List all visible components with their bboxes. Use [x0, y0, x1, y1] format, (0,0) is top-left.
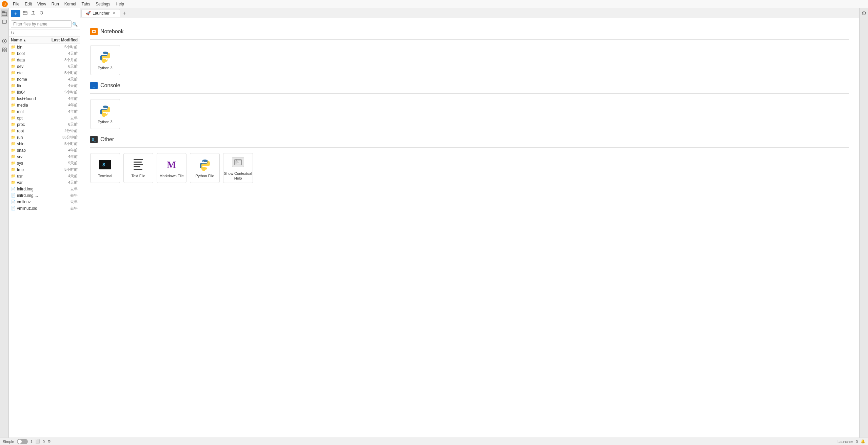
menu-tabs[interactable]: Tabs: [79, 1, 93, 7]
search-input[interactable]: [11, 20, 72, 28]
svg-point-15: [103, 53, 104, 54]
list-item[interactable]: 📁 lost+found 4年前: [9, 95, 80, 102]
notebook-section-icon: [90, 28, 98, 35]
markdown-file-icon: M: [165, 158, 178, 171]
list-item[interactable]: 📄 initrd.img 去年: [9, 186, 80, 192]
text-file-icon: [132, 158, 145, 171]
breadcrumb[interactable]: / /: [9, 30, 80, 37]
list-item[interactable]: 📁 sys 5天前: [9, 160, 80, 166]
card-text-file[interactable]: Text File: [123, 153, 153, 183]
sidebar-icon-puzzle[interactable]: [1, 46, 8, 54]
list-item[interactable]: 📁 data 8个月前: [9, 57, 80, 63]
list-item[interactable]: 📁 run 33分钟前: [9, 134, 80, 141]
card-python3-notebook[interactable]: Python 3: [90, 45, 120, 75]
status-bar-right: Launcher 0 🔔: [837, 439, 865, 444]
file-name: lib64: [17, 90, 51, 95]
file-date: 4天前: [51, 51, 78, 56]
list-item[interactable]: 📁 root 4分钟前: [9, 128, 80, 134]
file-name: home: [17, 77, 51, 82]
list-item[interactable]: 📁 tmp 5小时前: [9, 166, 80, 173]
menu-help[interactable]: Help: [113, 1, 127, 7]
list-item[interactable]: 📄 vmlinuz 去年: [9, 199, 80, 205]
menu-settings[interactable]: Settings: [93, 1, 113, 7]
bell-icon[interactable]: 🔔: [861, 439, 865, 444]
file-name: opt: [17, 116, 51, 120]
list-item[interactable]: 📁 snap 4年前: [9, 147, 80, 153]
kernel-status-icon: ⬜: [35, 439, 40, 444]
sidebar-icon-filebrowser[interactable]: [1, 10, 8, 17]
file-name: lost+found: [17, 96, 51, 101]
card-contextual-help[interactable]: Show Contextual Help: [223, 153, 253, 183]
python-file-icon: [198, 158, 212, 171]
file-name: usr: [17, 174, 51, 179]
upload-button[interactable]: [30, 10, 37, 17]
folder-icon: 📁: [11, 135, 16, 140]
sidebar-icon-run[interactable]: [1, 18, 8, 26]
card-python-file[interactable]: Python File: [190, 153, 220, 183]
file-date: 去年: [51, 193, 78, 198]
tab-close-icon[interactable]: ✕: [113, 11, 116, 15]
simple-mode-toggle[interactable]: [17, 439, 28, 444]
list-item[interactable]: 📁 etc 5小时前: [9, 70, 80, 76]
simple-mode-label: Simple: [3, 440, 14, 444]
svg-point-17: [103, 107, 104, 108]
list-item[interactable]: 📁 media 4年前: [9, 102, 80, 108]
menu-view[interactable]: View: [35, 1, 49, 7]
tab-launcher[interactable]: 🚀 Launcher ✕: [81, 9, 120, 17]
folder-icon: 📁: [11, 180, 16, 185]
tab-add-button[interactable]: +: [121, 10, 128, 17]
file-name: lib: [17, 84, 51, 88]
other-section-header: $_ Other: [90, 136, 849, 143]
property-inspector-icon[interactable]: [860, 10, 868, 17]
list-item[interactable]: 📁 mnt 4年前: [9, 108, 80, 115]
new-folder-button[interactable]: [22, 10, 28, 17]
file-date: 去年: [51, 186, 78, 191]
folder-icon: 📁: [11, 167, 16, 172]
refresh-button[interactable]: [38, 10, 45, 17]
list-item[interactable]: 📁 home 4天前: [9, 76, 80, 82]
menu-kernel[interactable]: Kernel: [62, 1, 79, 7]
card-terminal[interactable]: $_ Terminal: [90, 153, 120, 183]
notification-count: 0: [856, 440, 858, 444]
list-item[interactable]: 📁 sbin 5小时前: [9, 141, 80, 147]
file-name: srv: [17, 154, 51, 159]
file-date: 4年前: [51, 96, 78, 101]
folder-icon: 📁: [11, 45, 16, 49]
card-python3-console[interactable]: Python 3: [90, 99, 120, 129]
settings-icon[interactable]: ⚙: [47, 439, 51, 444]
folder-icon: 📁: [11, 129, 16, 133]
launcher-tab-icon: 🚀: [86, 11, 91, 16]
menu-file[interactable]: File: [10, 1, 22, 7]
file-name: vmlinuz.old: [17, 206, 51, 211]
list-item[interactable]: 📁 boot 4天前: [9, 50, 80, 57]
menu-run[interactable]: Run: [49, 1, 62, 7]
list-item[interactable]: 📁 proc 6天前: [9, 121, 80, 128]
file-date: 4年前: [51, 103, 78, 108]
menu-edit[interactable]: Edit: [22, 1, 35, 7]
list-item[interactable]: 📁 srv 4年前: [9, 153, 80, 160]
list-item[interactable]: 📁 var 4天前: [9, 179, 80, 186]
list-item[interactable]: 📁 usr 4天前: [9, 173, 80, 179]
list-item[interactable]: 📁 dev 6天前: [9, 63, 80, 70]
list-item[interactable]: 📄 vmlinuz.old 去年: [9, 205, 80, 211]
list-item[interactable]: 📁 bin 5小时前: [9, 44, 80, 50]
folder-icon: 📁: [11, 161, 16, 165]
file-date: 5小时前: [51, 44, 78, 50]
launcher-content: Notebook Python 3: [80, 18, 859, 438]
list-item[interactable]: 📁 opt 去年: [9, 115, 80, 121]
sidebar-icon-extensions[interactable]: [1, 37, 8, 45]
console-section-icon: _: [90, 82, 98, 89]
file-name: initrd.img: [17, 187, 51, 191]
svg-rect-21: [235, 160, 241, 165]
search-button[interactable]: 🔍: [72, 22, 78, 27]
card-markdown-file[interactable]: M Markdown File: [157, 153, 186, 183]
file-list: 📁 bin 5小时前 📁 boot 4天前 📁 data 8个月前 📁 dev …: [9, 44, 80, 438]
list-item[interactable]: 📄 initrd.img.... 去年: [9, 192, 80, 199]
file-list-header[interactable]: Name ▲ Last Modified: [9, 37, 80, 44]
file-date: 8个月前: [51, 57, 78, 62]
menubar: J File Edit View Run Kernel Tabs Setting…: [0, 0, 868, 8]
new-launcher-button[interactable]: +: [11, 10, 20, 17]
list-item[interactable]: 📁 lib 4天前: [9, 82, 80, 89]
console-section-header: _ Console: [90, 82, 849, 89]
list-item[interactable]: 📁 lib64 5小时前: [9, 89, 80, 95]
